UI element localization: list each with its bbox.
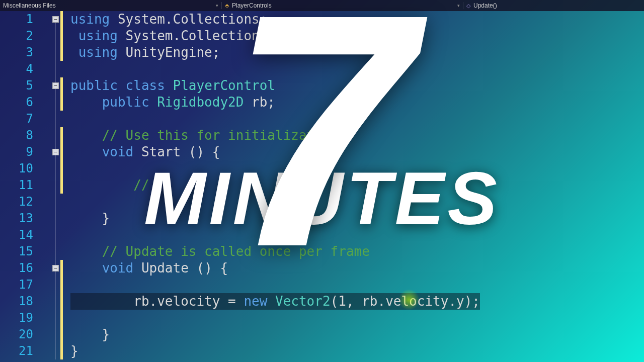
fold-toggle-icon[interactable]: − xyxy=(52,16,59,23)
code-line[interactable]: public class PlayerControl xyxy=(70,77,480,94)
line-number: 11 xyxy=(0,177,33,194)
fold-toggle-icon[interactable]: − xyxy=(52,149,59,155)
code-line[interactable] xyxy=(70,310,480,326)
line-number: 19 xyxy=(0,310,33,326)
line-number: 14 xyxy=(0,227,33,243)
line-number: 6 xyxy=(0,94,33,111)
method-icon: ◇ xyxy=(466,3,470,9)
code-line[interactable] xyxy=(70,277,480,293)
code-line[interactable]: public Rigidbody2D rb; xyxy=(70,94,480,111)
line-number: 3 xyxy=(0,44,33,61)
chevron-down-icon: ▾ xyxy=(457,3,460,8)
code-line[interactable] xyxy=(70,194,480,210)
code-line[interactable]: using UnityEngine; xyxy=(70,44,480,61)
chevron-down-icon: ▾ xyxy=(216,3,218,8)
code-line[interactable]: } xyxy=(70,210,480,227)
class-dropdown[interactable]: ⬘ PlayerControls ▾ xyxy=(221,2,463,9)
line-number: 7 xyxy=(0,111,33,127)
modification-marker xyxy=(60,77,63,111)
line-number: 16 xyxy=(0,260,33,277)
fold-guide-line xyxy=(55,16,56,359)
method-dropdown[interactable]: ◇ Update() xyxy=(463,2,500,9)
line-number: 5 xyxy=(0,77,33,94)
line-number: 17 xyxy=(0,277,33,293)
scope-label: Miscellaneous Files xyxy=(3,2,56,9)
scope-dropdown[interactable]: Miscellaneous Files ▾ xyxy=(0,2,221,9)
modification-marker xyxy=(60,127,63,194)
code-line[interactable]: void Start () { xyxy=(70,144,480,160)
line-number: 2 xyxy=(0,28,33,44)
modification-marker xyxy=(60,11,63,61)
code-line[interactable] xyxy=(70,227,480,243)
line-number: 4 xyxy=(0,61,33,77)
code-line[interactable]: } xyxy=(70,343,480,359)
line-number: 15 xyxy=(0,243,33,260)
code-line[interactable] xyxy=(70,160,480,177)
line-number: 13 xyxy=(0,210,33,227)
code-line[interactable]: // Update is called once per frame xyxy=(70,243,480,260)
code-line[interactable]: using System.Collections; xyxy=(70,11,480,28)
line-number: 8 xyxy=(0,127,33,144)
line-number: 1 xyxy=(0,11,33,28)
method-label: Update() xyxy=(473,2,497,9)
line-number: 21 xyxy=(0,343,33,359)
code-line[interactable] xyxy=(70,61,480,77)
line-number: 20 xyxy=(0,326,33,343)
breadcrumb-bar: Miscellaneous Files ▾ ⬘ PlayerControls ▾… xyxy=(0,0,644,11)
code-line[interactable]: // xyxy=(70,177,480,194)
line-number: 10 xyxy=(0,160,33,177)
class-label: PlayerControls xyxy=(232,2,272,9)
fold-toggle-icon[interactable]: − xyxy=(52,82,59,89)
code-area[interactable]: using System.Collections; using System.C… xyxy=(70,11,480,359)
code-line[interactable]: } xyxy=(70,326,480,343)
line-number: 12 xyxy=(0,194,33,210)
code-line[interactable]: void Update () { xyxy=(70,260,480,277)
class-icon: ⬘ xyxy=(225,3,229,9)
line-number: 9 xyxy=(0,144,33,160)
fold-margin: −−−− xyxy=(40,11,70,359)
code-editor[interactable]: 123456789101112131415161718192021 −−−− u… xyxy=(0,11,644,359)
code-line[interactable] xyxy=(70,111,480,127)
line-number: 18 xyxy=(0,293,33,310)
modification-marker xyxy=(60,260,63,359)
code-line[interactable]: // Use this for initialization xyxy=(70,127,480,144)
line-number-gutter: 123456789101112131415161718192021 xyxy=(0,11,40,359)
code-line[interactable]: using System.Collections.Generic; xyxy=(70,28,480,44)
code-line[interactable]: rb.velocity = new Vector2(1, rb.velocity… xyxy=(70,293,480,310)
fold-toggle-icon[interactable]: − xyxy=(52,265,59,272)
